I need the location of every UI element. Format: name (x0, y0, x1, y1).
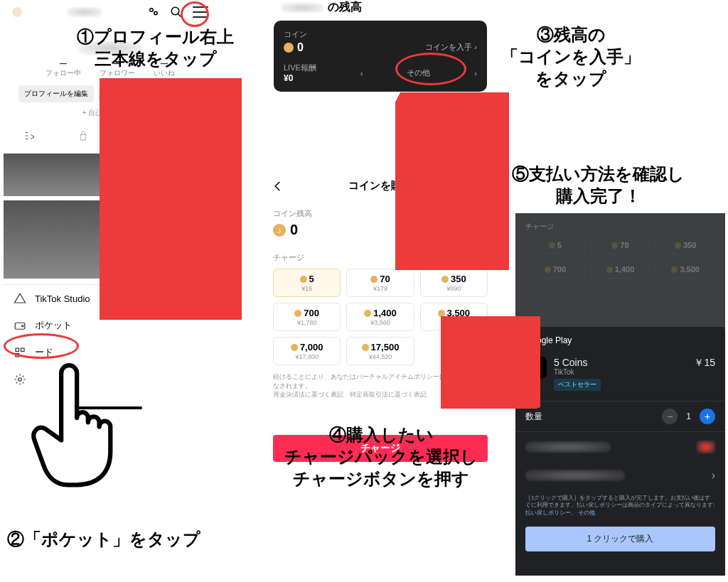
account-row[interactable]: › (515, 462, 725, 489)
live-label: LIVE報酬 (284, 63, 316, 73)
highlight-circle-hamburger (181, 1, 209, 27)
card-icon-blur (697, 441, 715, 453)
dim-charge-label: チャージ (515, 213, 725, 236)
coin-icon (370, 276, 378, 283)
hand-pointer-icon (18, 340, 132, 496)
annotation-4: ④購入したい チャージパックを選択し チャージボタンを押す (284, 424, 478, 490)
item-name: 5 Coins (554, 357, 601, 368)
coin-pack[interactable]: 5¥15 (273, 269, 341, 297)
coin-pack[interactable]: 70¥179 (346, 269, 414, 297)
svg-point-1 (154, 11, 158, 15)
back-icon[interactable] (272, 180, 284, 193)
username-blur-2 (281, 3, 323, 13)
dim-coin-pack: 1,400 (591, 260, 651, 279)
chevron-right-icon: › (712, 469, 715, 482)
coin-pack[interactable]: 350¥890 (420, 269, 488, 297)
coin-label: コイン (284, 29, 477, 40)
get-coins-link[interactable]: コインを入手 › (425, 42, 477, 53)
coin-icon (291, 344, 298, 351)
svg-marker-12 (15, 293, 26, 303)
highlight-circle-get-coins (395, 53, 466, 85)
one-click-buy-button[interactable]: 1 クリックで購入 (525, 527, 715, 551)
balance-title: の残高 (328, 0, 362, 15)
coin-icon (362, 344, 369, 351)
other-link[interactable]: その他 (578, 510, 595, 516)
coin-pack[interactable]: 17,500¥44,520 (346, 337, 414, 365)
qty-label: 数量 (525, 411, 542, 423)
dim-coin-pack: 350 (655, 236, 715, 254)
bestseller-badge: ベストセラー (554, 379, 601, 391)
dimmed-background: チャージ 5703507001,4003,500 (515, 213, 725, 328)
payment-method-row[interactable] (515, 432, 725, 462)
balance-card: コイン 0 コインを入手 › LIVE報酬 ¥0 › その他 › (274, 21, 487, 92)
dim-coin-pack: 3,500 (655, 260, 715, 279)
item-price: ￥15 (694, 357, 715, 370)
footsteps-icon[interactable] (147, 6, 160, 18)
svg-point-0 (150, 9, 154, 12)
svg-point-2 (171, 7, 179, 15)
coin-icon (441, 276, 449, 283)
coin-pack[interactable]: 7,000¥17,800 (273, 337, 341, 365)
username-blur (67, 7, 102, 17)
svg-point-14 (22, 325, 23, 327)
arrow-1 (100, 78, 242, 320)
arrow-3 (441, 316, 540, 409)
qty-minus-button[interactable]: − (662, 409, 678, 424)
coin-pack[interactable]: 700¥1,780 (273, 303, 341, 331)
dim-pack-grid: 5703507001,4003,500 (515, 236, 725, 279)
annotation-2: ②「ポケット」をタップ (7, 528, 200, 550)
annotation-1: ①プロフィール右上 三本線をタップ (77, 26, 234, 70)
qty-plus-button[interactable]: + (700, 409, 715, 424)
grid-tab-icon[interactable] (23, 129, 36, 142)
item-sub: TikTok (554, 368, 601, 376)
coin-pack[interactable]: 1,400¥3,560 (346, 303, 414, 331)
tiktok-coin-icon: ♪ (273, 224, 286, 237)
stat-following[interactable]: —フォロー中 (46, 60, 81, 78)
coin-balance-value: 0 (290, 222, 298, 238)
svg-rect-10 (81, 135, 87, 141)
live-value: ¥0 (284, 73, 316, 83)
payment-blur (525, 441, 611, 453)
annotation-5: ⑤支払い方法を確認し 購入完了！ (512, 163, 685, 207)
lock-tab-icon[interactable] (77, 129, 90, 142)
refund-policy-link[interactable]: 払い戻しポリシー。 (525, 510, 577, 516)
google-play-sheet: Google Play ♪ 5 Coins TikTok ベストセラー ￥15 … (515, 327, 725, 576)
google-play-screen: チャージ 5703507001,4003,500 Google Play ♪ 5… (515, 213, 725, 576)
account-blur (525, 470, 625, 481)
fine-print: ［1クリックで購入］をタップすると購入が完了します。お支払い後はすぐに利用できま… (515, 489, 725, 522)
dim-coin-pack: 70 (591, 236, 651, 254)
arrow-2 (395, 92, 509, 270)
coin-value: 0 (297, 41, 304, 54)
coin-icon (294, 310, 301, 317)
annotation-3: ③残高の 「コインを入手」 をタップ (501, 23, 641, 90)
google-play-header: Google Play (515, 327, 725, 351)
dim-coin-pack: 700 (525, 260, 585, 279)
coin-icon (438, 310, 445, 317)
dim-coin-pack: 5 (525, 236, 585, 254)
qty-value: 1 (686, 411, 691, 421)
avatar-dot (12, 7, 22, 17)
edit-profile-button[interactable]: プロフィールを編集 (18, 85, 94, 102)
balance-chev-2[interactable]: › (474, 69, 477, 77)
coin-icon (300, 276, 307, 283)
coin-icon (364, 310, 371, 317)
coin-icon (284, 43, 294, 53)
balance-chev-1[interactable]: › (360, 69, 363, 77)
